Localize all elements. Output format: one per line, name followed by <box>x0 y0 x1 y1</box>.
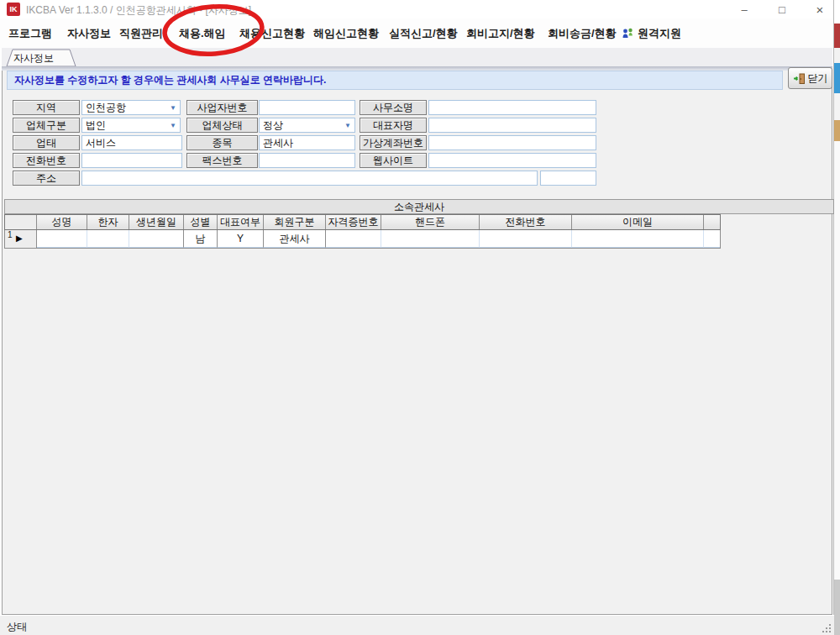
page-close-button[interactable]: 닫기 <box>788 67 832 89</box>
screen: IK IKCBA Ver 1.1.3.0 / 인천공항관세사회 - [자사정보]… <box>0 0 840 635</box>
menu-item-company-info[interactable]: 자사정보 <box>67 26 111 41</box>
grid-header-row: 성명 한자 생년월일 성별 대표여부 회원구분 자격증번호 핸드폰 전화번호 이… <box>4 214 721 230</box>
company-status-dropdown[interactable]: 정상 ▼ <box>259 118 355 133</box>
label-phone: 전화번호 <box>13 153 80 168</box>
menu-item-hire-dismiss[interactable]: 채용.해임 <box>179 26 226 41</box>
dropdown-arrow-icon: ▼ <box>344 122 351 129</box>
minimize-button[interactable]: – <box>730 0 759 18</box>
address-input[interactable] <box>81 171 538 186</box>
title-bar: IK IKCBA Ver 1.1.3.0 / 인천공항관세사회 - [자사정보]… <box>0 0 833 18</box>
label-region: 지역 <box>13 100 80 115</box>
resize-grip[interactable] <box>822 623 832 633</box>
window-title: IKCBA Ver 1.1.3.0 / 인천공항관세사회 - [자사정보] <box>26 3 251 18</box>
dropdown-arrow-icon: ▼ <box>170 122 176 129</box>
cell-phone[interactable] <box>480 230 572 248</box>
label-business-item: 종목 <box>186 135 258 150</box>
grid-data-row: 1 ▶ 남 Y 관세사 <box>4 230 721 249</box>
column-header-hanja[interactable]: 한자 <box>87 215 129 229</box>
remote-support-label: 원격지원 <box>638 26 681 41</box>
column-header-phone[interactable]: 전화번호 <box>480 215 572 229</box>
region-dropdown[interactable]: 인천공항 ▼ <box>81 100 181 115</box>
menu-item-hire-report-status[interactable]: 채용신고현황 <box>239 26 305 41</box>
menu-item-staff-management[interactable]: 직원관리 <box>119 26 163 41</box>
grid-title-band: 소속관세사 <box>4 199 834 214</box>
column-header-filler <box>704 215 720 229</box>
business-item-input[interactable]: 관세사 <box>259 135 355 150</box>
cell-email[interactable] <box>572 230 704 248</box>
address-extra-input[interactable] <box>540 171 596 186</box>
label-business-number: 사업자번호 <box>186 100 258 115</box>
dropdown-arrow-icon: ▼ <box>170 104 176 112</box>
cell-is-ceo[interactable]: Y <box>218 230 264 248</box>
row-indicator-cell[interactable]: 1 ▶ <box>5 230 37 248</box>
background-sliver <box>834 0 840 635</box>
column-header-license-no[interactable]: 자격증번호 <box>326 215 381 229</box>
maximize-button[interactable]: □ <box>768 0 796 18</box>
tab-strip <box>2 48 832 66</box>
app-icon: IK <box>7 3 20 16</box>
label-virtual-account: 가상계좌번호 <box>360 135 427 150</box>
label-ceo-name: 대표자명 <box>360 118 427 133</box>
cell-hanja[interactable] <box>87 230 129 248</box>
menu-item-dues-notice[interactable]: 회비고지/현황 <box>466 26 535 41</box>
column-header-mobile[interactable]: 핸드폰 <box>381 215 480 229</box>
status-text: 상태 <box>7 620 27 634</box>
menu-bar: 프로그램 자사정보 직원관리 채용.해임 채용신고현황 해임신고현황 실적신고/… <box>0 18 833 48</box>
app-window: IK IKCBA Ver 1.1.3.0 / 인천공항관세사회 - [자사정보]… <box>0 0 834 635</box>
column-header-gender[interactable]: 성별 <box>184 215 218 229</box>
label-company-type: 업체구분 <box>13 118 80 133</box>
column-header-member-type[interactable]: 회원구분 <box>264 215 326 229</box>
cell-name[interactable] <box>37 230 87 248</box>
cell-license-no[interactable] <box>326 230 381 248</box>
label-business-condition: 업태 <box>13 135 80 150</box>
label-website: 웹사이트 <box>360 153 427 168</box>
virtual-account-input[interactable] <box>428 135 596 150</box>
exit-door-icon <box>793 72 806 85</box>
cell-filler <box>704 230 720 248</box>
menu-item-performance-report[interactable]: 실적신고/현황 <box>389 26 458 41</box>
company-type-value: 법인 <box>86 118 106 133</box>
close-button[interactable]: × <box>806 0 834 18</box>
menu-item-dismiss-report-status[interactable]: 해임신고현황 <box>313 26 379 41</box>
menu-item-program[interactable]: 프로그램 <box>8 26 52 41</box>
column-header-is-ceo[interactable]: 대표여부 <box>218 215 264 229</box>
cell-mobile[interactable] <box>381 230 480 248</box>
row-number: 1 <box>8 230 13 239</box>
notice-bar: 자사정보를 수정하고자 할 경우에는 관세사회 사무실로 연락바랍니다. <box>7 71 783 90</box>
status-bar: 상태 <box>0 615 834 635</box>
region-value: 인천공항 <box>86 101 126 115</box>
ceo-name-input[interactable] <box>428 118 596 133</box>
phone-input[interactable] <box>81 153 182 168</box>
column-header-birthdate[interactable]: 생년월일 <box>129 215 184 229</box>
tab-company-info[interactable]: 자사정보 <box>13 51 54 66</box>
business-condition-input[interactable]: 서비스 <box>81 135 182 150</box>
grid-corner-cell <box>5 215 37 229</box>
company-status-value: 정상 <box>263 118 283 133</box>
fax-input[interactable] <box>259 153 355 168</box>
company-type-dropdown[interactable]: 법인 ▼ <box>81 118 181 133</box>
cell-member-type[interactable]: 관세사 <box>264 230 326 248</box>
menu-item-dues-remittance[interactable]: 회비송금/현황 <box>548 26 617 41</box>
column-header-email[interactable]: 이메일 <box>572 215 704 229</box>
column-header-name[interactable]: 성명 <box>37 215 87 229</box>
row-marker-icon: ▶ <box>16 234 23 243</box>
website-input[interactable] <box>428 153 596 168</box>
office-name-input[interactable] <box>428 100 596 115</box>
label-address: 주소 <box>13 171 80 186</box>
label-fax: 팩스번호 <box>186 153 258 168</box>
cell-gender[interactable]: 남 <box>184 230 218 248</box>
business-number-input[interactable] <box>259 100 355 115</box>
menu-item-remote-support[interactable]: 원격지원 <box>622 26 681 41</box>
remote-support-icon <box>622 28 634 40</box>
label-office-name: 사무소명 <box>360 100 427 115</box>
page-close-label: 닫기 <box>808 71 828 86</box>
label-company-status: 업체상태 <box>186 118 258 133</box>
cell-birthdate[interactable] <box>129 230 184 248</box>
